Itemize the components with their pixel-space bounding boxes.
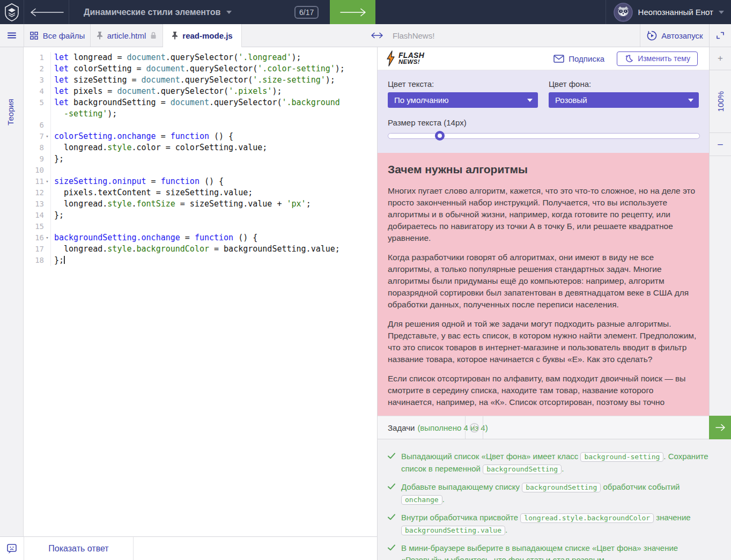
size-label: Размер текста (14px)	[388, 118, 467, 127]
fold-arrow-icon[interactable]: ▾	[44, 131, 50, 142]
line-number: 5	[40, 97, 44, 120]
code-line[interactable]: 15	[24, 221, 377, 232]
code-text: longread.style.fontSize = sizeSetting.va…	[51, 198, 311, 210]
code-line[interactable]: 10	[24, 165, 377, 176]
user-chevron-down-icon	[719, 11, 724, 14]
next-lesson-button[interactable]	[330, 0, 375, 24]
line-gutter: 5	[24, 97, 51, 120]
feedback-button[interactable]	[0, 537, 24, 560]
code-editor[interactable]: 1let longread = document.querySelector('…	[24, 47, 377, 536]
code-line[interactable]: 5let backgroundSetting = document.queryS…	[24, 97, 377, 120]
grid-icon	[29, 31, 39, 40]
line-number: 6	[40, 120, 44, 131]
code-text: let longread = document.querySelector('.…	[51, 52, 301, 63]
fold-arrow-icon[interactable]: ▾	[44, 176, 50, 187]
tasks-header: Задачи (выполнено 4 из 4)	[378, 416, 466, 439]
tab-read-mode-js[interactable]: read-mode.js	[163, 24, 242, 47]
code-text: let pixels = document.querySelector('.pi…	[51, 86, 282, 97]
zoom-in-button[interactable]: +	[710, 47, 731, 70]
slider-thumb[interactable]	[435, 131, 445, 141]
change-theme-label: Изменить тему	[638, 54, 690, 63]
tab-all-files[interactable]: Все файлы	[24, 24, 91, 47]
code-line[interactable]: 4let pixels = document.querySelector('.p…	[24, 86, 377, 97]
article-paragraph: Когда разработчики говорят об алгоритмах…	[388, 252, 699, 311]
article-title: Зачем нужны алгоритмы	[388, 163, 699, 176]
code-line[interactable]: 17 longread.style.backgroundColor = back…	[24, 244, 377, 255]
code-line[interactable]: 2let colorSetting = document.querySelect…	[24, 63, 377, 75]
bg-color-value: Розовый	[555, 95, 587, 105]
code-line[interactable]: 6	[24, 120, 377, 131]
check-icon[interactable]	[388, 481, 395, 506]
task-item: Выпадающий список «Цвет фона» имеет клас…	[388, 451, 715, 475]
code-chip: backgroundSetting	[483, 465, 562, 474]
code-text: let backgroundSetting = document.querySe…	[51, 97, 340, 120]
theory-link[interactable]: Теория	[6, 99, 15, 126]
back-button[interactable]	[24, 0, 69, 24]
code-line[interactable]: 9};	[24, 153, 377, 165]
play-circle-icon	[647, 31, 657, 41]
code-text: };	[51, 255, 65, 266]
code-chip: background-setting	[580, 452, 663, 462]
size-slider[interactable]	[388, 133, 700, 139]
text-color-select[interactable]: По умолчанию	[388, 92, 538, 108]
subscribe-link[interactable]: Подписка	[553, 54, 604, 63]
code-line[interactable]: 12 pixels.textContent = sizeSetting.valu…	[24, 187, 377, 198]
submit-next-button[interactable]	[709, 416, 731, 439]
bg-color-select[interactable]: Розовый	[549, 92, 699, 108]
article-body: Многих пугает слово алгоритм, кажется, ч…	[388, 185, 699, 408]
fullscreen-button[interactable]	[710, 24, 731, 47]
user-menu[interactable]: Неопознанный Енот	[606, 0, 731, 24]
code-line[interactable]: 18};	[24, 255, 377, 266]
zoom-level: 100%	[710, 70, 731, 133]
code-text: colorSetting.onchange = function () {	[51, 131, 233, 142]
change-theme-button[interactable]: Изменить тему	[617, 51, 698, 66]
line-gutter: 6	[24, 120, 51, 131]
code-line[interactable]: 11▾sizeSetting.oninput = function () {	[24, 176, 377, 187]
check-icon[interactable]	[388, 542, 395, 560]
task-info-button[interactable]	[466, 416, 483, 439]
brand-bottom: NEWS!	[398, 58, 424, 65]
mini-browser-url: FlashNews!	[393, 24, 434, 47]
zoom-out-button[interactable]: –	[710, 133, 731, 156]
panel-resize-handle[interactable]	[365, 24, 389, 47]
code-line[interactable]: 13 longread.style.fontSize = sizeSetting…	[24, 198, 377, 210]
code-text: let colorSetting = document.querySelecto…	[51, 63, 345, 75]
text-cursor	[64, 256, 65, 264]
line-gutter: 11▾	[24, 176, 51, 187]
code-line[interactable]: 14};	[24, 210, 377, 221]
lock-icon	[150, 32, 157, 39]
code-line[interactable]: 1let longread = document.querySelector('…	[24, 52, 377, 63]
line-number: 8	[40, 142, 44, 153]
line-gutter: 14	[24, 210, 51, 221]
tasks-bar: Задачи (выполнено 4 из 4)	[378, 416, 709, 439]
check-icon[interactable]	[388, 451, 395, 475]
line-gutter: 2	[24, 63, 51, 75]
code-line[interactable]: 3let sizeSetting = document.querySelecto…	[24, 75, 377, 86]
settings-form: Цвет текста: Цвет фона: По умолчанию Роз…	[378, 70, 709, 153]
task-text: Добавьте выпадающему списку backgroundSe…	[401, 481, 715, 506]
academy-logo[interactable]	[0, 0, 24, 24]
tabs-toolbar: Все файлы article.html read-mode.js Flas…	[0, 24, 709, 47]
code-line[interactable]: 7▾colorSetting.onchange = function () {	[24, 131, 377, 142]
code-text: pixels.textContent = sizeSetting.value;	[51, 187, 253, 198]
app-root: Динамические стили элементов 6/17 Не	[0, 0, 731, 560]
code-text: let sizeSetting = document.querySelector…	[51, 75, 335, 86]
tab-article-html[interactable]: article.html	[91, 24, 163, 47]
lesson-title-dropdown[interactable]: Динамические стили элементов	[84, 0, 232, 24]
tab-label: read-mode.js	[182, 31, 232, 40]
check-icon[interactable]	[388, 512, 395, 536]
fold-arrow-icon[interactable]: ▾	[44, 232, 50, 244]
menu-button[interactable]	[0, 24, 24, 47]
line-number: 18	[35, 255, 44, 266]
show-answer-button[interactable]: Показать ответ	[24, 537, 134, 560]
task-text: Внутри обработчика присвойте longread.st…	[401, 512, 715, 536]
line-gutter: 16▾	[24, 232, 51, 244]
code-line[interactable]: 16▾backgroundSetting.onchange = function…	[24, 232, 377, 244]
line-number: 12	[35, 187, 44, 198]
code-text: longread.style.color = colorSetting.valu…	[51, 142, 267, 153]
raccoon-avatar	[614, 3, 633, 22]
line-gutter: 18	[24, 255, 51, 266]
autorun-toggle[interactable]: Автозапуск	[640, 24, 710, 47]
code-line[interactable]: 8 longread.style.color = colorSetting.va…	[24, 142, 377, 153]
right-rail: + 100% –	[709, 24, 731, 416]
